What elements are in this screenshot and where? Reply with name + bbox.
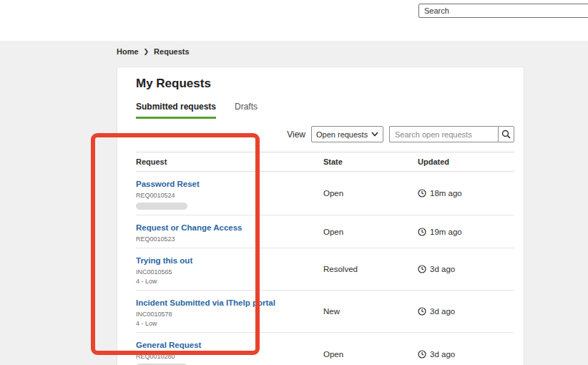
- request-link[interactable]: Trying this out: [136, 256, 192, 265]
- state-cell: New: [323, 307, 418, 316]
- tab-bar: Submitted requests Drafts: [136, 102, 514, 119]
- updated-cell: 19m ago: [418, 228, 514, 236]
- table-row: General Request REQ0010280 Open 3d ago: [136, 333, 514, 365]
- global-search-input[interactable]: [418, 4, 588, 18]
- my-requests-card: My Requests Submitted requests Drafts Vi…: [117, 67, 524, 365]
- request-cell: General Request REQ0010280: [136, 338, 323, 365]
- request-cell: Trying this out INC0010565 4 - Low: [136, 253, 323, 285]
- table-row: Password Reset REQ0010524 Open 18m ago: [136, 172, 514, 215]
- clock-icon: [418, 350, 426, 359]
- list-search-group: [389, 126, 514, 142]
- filter-row: View Open requests: [136, 126, 514, 142]
- view-dropdown-value: Open requests: [316, 130, 368, 139]
- updated-text: 19m ago: [430, 228, 462, 236]
- request-priority: 4 - Low: [136, 278, 323, 285]
- column-header-request: Request: [136, 157, 323, 166]
- request-cell: Request or Change Access REQ0010523: [136, 220, 323, 243]
- tab-submitted-requests[interactable]: Submitted requests: [136, 102, 216, 119]
- request-link[interactable]: General Request: [136, 341, 201, 349]
- request-number: INC0010578: [136, 311, 323, 318]
- clock-icon: [418, 307, 426, 316]
- state-cell: Open: [323, 228, 418, 236]
- state-cell: Open: [323, 189, 418, 198]
- request-number: REQ0010280: [136, 353, 323, 360]
- updated-cell: 18m ago: [418, 189, 514, 198]
- view-label: View: [287, 130, 305, 140]
- state-cell: Resolved: [323, 265, 418, 273]
- magnifier-icon: [501, 130, 511, 139]
- chevron-down-icon: [371, 132, 378, 137]
- breadcrumb-current: Requests: [154, 47, 190, 56]
- column-header-updated: Updated: [418, 157, 514, 166]
- breadcrumb: Home ❯ Requests: [117, 47, 190, 56]
- request-link[interactable]: Request or Change Access: [136, 223, 242, 232]
- table-row: Request or Change Access REQ0010523 Open…: [136, 215, 514, 248]
- requests-table: Request State Updated Password Reset REQ…: [136, 152, 514, 365]
- request-link[interactable]: Incident Submitted via IThelp portal: [136, 298, 275, 307]
- tab-drafts[interactable]: Drafts: [235, 102, 258, 119]
- clock-icon: [418, 228, 426, 236]
- clock-icon: [418, 265, 426, 273]
- updated-text: 18m ago: [430, 189, 462, 198]
- updated-cell: 3d ago: [418, 350, 514, 359]
- updated-text: 3d ago: [430, 350, 455, 359]
- request-number: REQ0010524: [136, 192, 323, 199]
- updated-cell: 3d ago: [418, 307, 514, 316]
- request-cell: Password Reset REQ0010524: [136, 177, 323, 210]
- clock-icon: [418, 189, 426, 198]
- updated-text: 3d ago: [430, 265, 455, 273]
- requests-search-button[interactable]: [498, 126, 514, 142]
- request-number: REQ0010523: [136, 235, 323, 243]
- table-row: Incident Submitted via IThelp portal INC…: [136, 291, 514, 333]
- table-row: Trying this out INC0010565 4 - Low Resol…: [136, 248, 514, 291]
- request-link[interactable]: Password Reset: [136, 180, 200, 188]
- page-title: My Requests: [136, 77, 514, 91]
- top-header-bar: [0, 0, 588, 41]
- updated-cell: 3d ago: [418, 265, 514, 273]
- requests-search-input[interactable]: [389, 126, 498, 142]
- redacted-field: [136, 203, 187, 210]
- request-priority: 4 - Low: [136, 320, 323, 327]
- chevron-right-icon: ❯: [144, 48, 150, 55]
- column-header-state: State: [323, 157, 418, 166]
- state-cell: Open: [323, 350, 418, 359]
- view-dropdown[interactable]: Open requests: [311, 126, 383, 142]
- table-header-row: Request State Updated: [136, 152, 514, 172]
- request-cell: Incident Submitted via IThelp portal INC…: [136, 296, 323, 327]
- breadcrumb-home-link[interactable]: Home: [117, 47, 139, 56]
- request-number: INC0010565: [136, 268, 323, 276]
- updated-text: 3d ago: [430, 307, 455, 316]
